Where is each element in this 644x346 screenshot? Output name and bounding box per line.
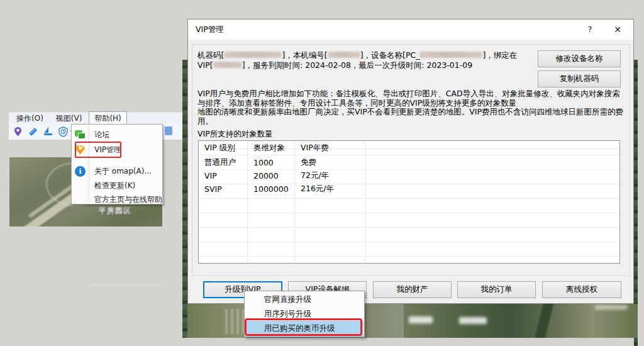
annotation-box-coin-upgrade [245, 318, 362, 336]
location-pin-icon[interactable] [13, 126, 23, 137]
rename-device-button[interactable]: 修改设备名称 [538, 50, 621, 67]
menu-separator [91, 285, 160, 286]
vip-description: VIP用户与免费用户相比增加如下功能：备注模板化、导出或打印图片、CAD导入导出… [197, 89, 624, 126]
col-header-vip-annual-fee[interactable]: VIP年费 [295, 141, 366, 155]
help-dropdown-menu: 论坛 V VIP管理 i 关于 omap(A)... 检查更新(K) 官方主页与… [71, 124, 163, 204]
map-sliver-left [182, 60, 187, 338]
menu-bar: 操作(O) 视图(V) 帮助(H) [9, 112, 182, 124]
menu-operate[interactable]: 操作(O) [11, 112, 49, 125]
dialog-title-bar[interactable]: VIP管理 ? ✕ [188, 20, 633, 40]
table-row[interactable]: VIP 20000 72元/年 [199, 169, 619, 182]
menu-view[interactable]: 视图(V) [50, 112, 88, 125]
menu-item-check-update[interactable]: 检查更新(K) [72, 179, 162, 193]
my-orders-button[interactable]: 我的订单 [457, 281, 536, 298]
print-sail-icon[interactable] [43, 126, 53, 137]
col-header-ovital-objects[interactable]: 奥维对象 [248, 141, 295, 155]
table-header-row: VIP 级别 奥维对象 VIP年费 [199, 141, 619, 155]
dialog-title: VIP管理 [196, 25, 224, 35]
partial-toolbar-icon [165, 126, 172, 135]
redacted-vip-account [213, 62, 242, 68]
table-row[interactable]: SVIP 1000000 216元/年 [199, 182, 619, 196]
shield-clock-icon[interactable] [58, 126, 69, 137]
col-header-vip-level[interactable]: VIP 级别 [199, 141, 248, 155]
table-caption: VIP所支持的对象数量 [197, 129, 273, 140]
map-place-label: 平房园区 [99, 206, 131, 216]
map-label-blob [409, 316, 433, 323]
redacted-machine-code [224, 52, 282, 58]
dialog-close-button[interactable]: ✕ [605, 20, 630, 40]
map-river [533, 304, 555, 338]
vip-description-line2: 地图的清晰度和更新频率由地图厂商决定，买VIP不会看到更新更清楚的地图。VIP费… [197, 108, 624, 126]
map-attribution-blob [595, 305, 628, 310]
map-label-blob [459, 317, 487, 324]
ruler-icon[interactable] [28, 126, 38, 137]
my-assets-button[interactable]: 我的财产 [373, 281, 452, 298]
copy-machine-code-button[interactable]: 复制机器码 [538, 70, 621, 87]
popup-item-official-site-upgrade[interactable]: 官网直接升级 [245, 292, 364, 307]
annotation-box-vip-manage [75, 142, 121, 158]
menu-item-homepage-help[interactable]: 官方主页与在线帮助 [72, 193, 162, 206]
redacted-device-name [419, 52, 482, 58]
info-icon: i [75, 166, 86, 177]
dialog-help-button[interactable]: ? [577, 20, 602, 40]
machine-info-text: 机器码[]，本机编号[]，设备名称[PC_]，绑定在 VIP[]，服务到期时间:… [197, 50, 540, 70]
map-sliver-right [634, 60, 638, 346]
machine-info-line1: 机器码[]，本机编号[]，设备名称[PC_]，绑定在 [197, 50, 540, 60]
vip-level-table: VIP 级别 奥维对象 VIP年费 普通用户 1000 免费 VIP 20000… [198, 140, 620, 264]
vip-description-line1: VIP用户与免费用户相比增加如下功能：备注模板化、导出或打印图片、CAD导入导出… [197, 89, 624, 108]
menu-item-forum[interactable]: 论坛 [72, 128, 162, 142]
menu-item-about[interactable]: i 关于 omap(A)... [72, 164, 162, 178]
table-row[interactable]: 普通用户 1000 免费 [199, 155, 619, 169]
offline-license-button[interactable]: 离线授权 [542, 281, 621, 298]
vip-manage-dialog: VIP管理 ? ✕ 机器码[]，本机编号[]，设备名称[PC_]，绑定在 VIP… [187, 19, 634, 304]
redacted-device-no [328, 52, 360, 58]
forum-icon [75, 130, 86, 140]
machine-info-line2: VIP[]，服务到期时间: 2024-02-08，最后一次升级时间: 2023-… [197, 60, 540, 70]
